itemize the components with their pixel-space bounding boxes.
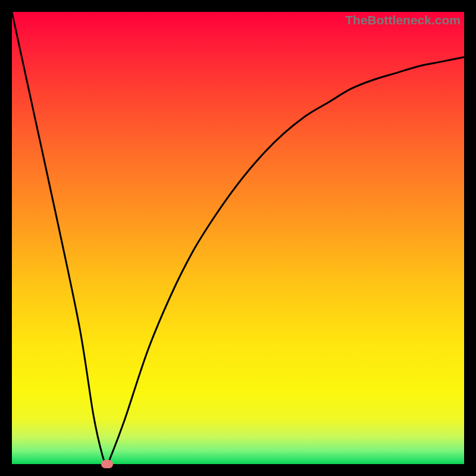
curve-svg	[12, 12, 464, 464]
optimum-marker	[101, 460, 113, 468]
chart-container: TheBottleneck.com	[0, 0, 476, 476]
bottleneck-curve-path	[12, 12, 464, 464]
plot-area: TheBottleneck.com	[12, 12, 464, 464]
